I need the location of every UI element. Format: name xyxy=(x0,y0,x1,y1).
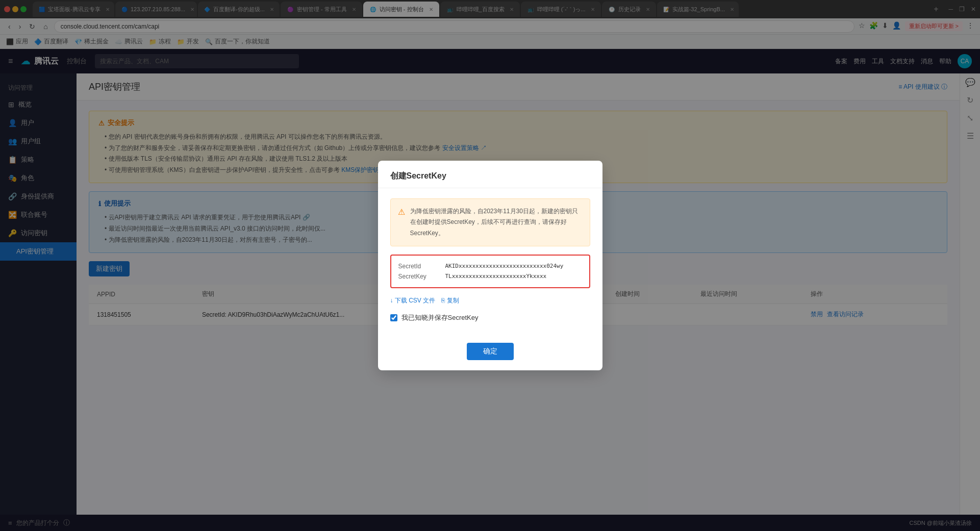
modal-overlay: 创建SecretKey ⚠ 为降低密钥泄露的风险，自2023年11月30日起，新… xyxy=(0,0,980,531)
modal-warning-text: 为降低密钥泄露的风险，自2023年11月30日起，新建的密钥只在创建时提供Sec… xyxy=(410,206,583,239)
modal-warning-icon: ⚠ xyxy=(398,207,405,239)
download-csv-btn[interactable]: ↓ 下载 CSV 文件 xyxy=(390,296,436,305)
modal-header: 创建SecretKey xyxy=(378,161,602,188)
modal-footer: 确定 xyxy=(378,343,602,370)
secret-id-label: SecretId xyxy=(398,263,439,270)
modal-warning-box: ⚠ 为降低密钥泄露的风险，自2023年11月30日起，新建的密钥只在创建时提供S… xyxy=(390,198,590,247)
modal-body: ⚠ 为降低密钥泄露的风险，自2023年11月30日起，新建的密钥只在创建时提供S… xyxy=(378,188,602,343)
secret-key-label: SecretKey xyxy=(398,273,439,280)
modal-actions-row: ↓ 下载 CSV 文件 ⎘ 复制 xyxy=(390,296,590,305)
copy-btn[interactable]: ⎘ 复制 xyxy=(441,296,459,305)
secret-id-row: SecretId AKIDxxxxxxxxxxxxxxxxxxxxxxxxxx0… xyxy=(398,263,582,270)
confirm-btn[interactable]: 确定 xyxy=(467,343,514,360)
secret-key-row: SecretKey TLxxxxxxxxxxxxxxxxxxxxxxYkxxxx xyxy=(398,273,582,280)
confirm-save-checkbox[interactable] xyxy=(390,314,397,321)
modal-checkbox-row: 我已知晓并保存SecretKey xyxy=(390,313,590,322)
confirm-save-label: 我已知晓并保存SecretKey xyxy=(401,313,479,322)
secret-credentials-box: SecretId AKIDxxxxxxxxxxxxxxxxxxxxxxxxxx0… xyxy=(390,255,590,288)
secret-key-value: TLxxxxxxxxxxxxxxxxxxxxxxYkxxxx xyxy=(445,273,547,280)
create-secretkey-modal: 创建SecretKey ⚠ 为降低密钥泄露的风险，自2023年11月30日起，新… xyxy=(378,161,602,371)
modal-title: 创建SecretKey xyxy=(390,171,446,180)
secret-id-value: AKIDxxxxxxxxxxxxxxxxxxxxxxxxxx024wy xyxy=(445,263,564,270)
